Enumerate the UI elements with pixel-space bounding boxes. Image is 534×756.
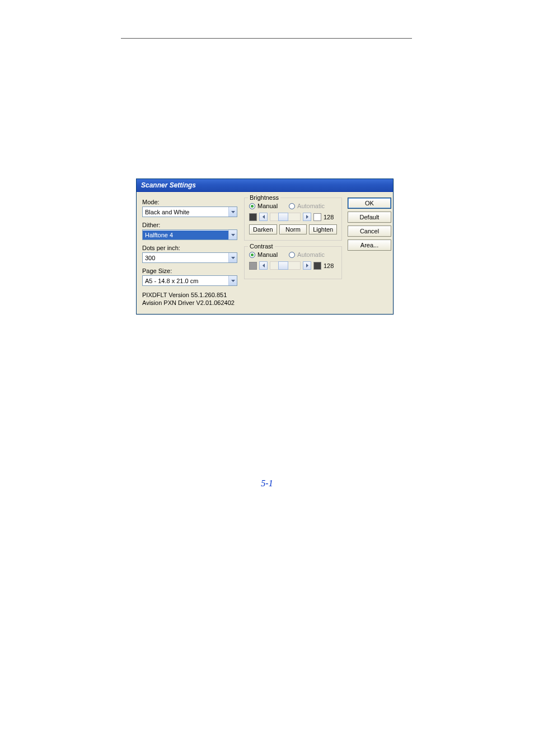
mode-dropdown-button[interactable] xyxy=(228,207,237,217)
triangle-right-icon xyxy=(306,264,308,267)
brightness-scroll-left[interactable] xyxy=(259,213,268,221)
dither-combo[interactable]: Halftone 4 xyxy=(142,229,237,240)
contrast-group: Contrast Manual Automatic xyxy=(244,246,342,279)
version-line-2: Avision PXN Driver V2.01.062402 xyxy=(142,299,238,307)
brightness-thumb[interactable] xyxy=(278,213,288,221)
contrast-scroll-left[interactable] xyxy=(259,261,268,270)
cancel-button[interactable]: Cancel xyxy=(348,226,391,237)
version-line-1: PIXDFLT Version 55.1.260.851 xyxy=(142,292,238,299)
dpi-combo[interactable]: 300 xyxy=(142,252,237,263)
dither-value: Halftone 4 xyxy=(143,231,228,240)
area-button[interactable]: Area... xyxy=(348,240,391,251)
dither-dropdown-button[interactable] xyxy=(228,230,237,240)
contrast-title: Contrast xyxy=(248,243,275,250)
page-divider xyxy=(121,38,412,39)
mode-label: Mode: xyxy=(142,199,238,205)
contrast-manual-label: Manual xyxy=(257,251,278,258)
radio-icon xyxy=(289,252,295,258)
dialog-body: Mode: Black and White Dither: Halftone 4… xyxy=(137,192,393,314)
scanner-settings-dialog: Scanner Settings Mode: Black and White D… xyxy=(136,179,394,314)
version-info: PIXDFLT Version 55.1.260.851 Avision PXN… xyxy=(142,292,238,307)
contrast-automatic-radio: Automatic xyxy=(289,251,325,258)
radio-icon xyxy=(249,203,255,209)
page-size-dropdown-button[interactable] xyxy=(228,276,237,285)
page-size-combo[interactable]: A5 - 14.8 x 21.0 cm xyxy=(142,275,237,286)
dialog-titlebar[interactable]: Scanner Settings xyxy=(137,179,393,192)
brightness-automatic-radio: Automatic xyxy=(289,203,325,209)
page-number: 5-1 xyxy=(0,478,534,489)
brightness-title: Brightness xyxy=(248,194,280,201)
radio-icon xyxy=(289,203,295,209)
page-size-value: A5 - 14.8 x 21.0 cm xyxy=(143,276,228,285)
brightness-radio-row: Manual Automatic xyxy=(249,203,337,209)
contrast-automatic-label: Automatic xyxy=(297,251,325,258)
brightness-group: Brightness Manual Automatic xyxy=(244,198,342,241)
triangle-left-icon xyxy=(263,264,265,267)
triangle-right-icon xyxy=(306,215,308,219)
default-button[interactable]: Default xyxy=(348,212,391,223)
brightness-preset-row: Darken Norm Lighten xyxy=(249,224,337,234)
page-size-label: Page Size: xyxy=(142,267,238,274)
norm-button[interactable]: Norm xyxy=(279,224,307,234)
brightness-slider-row: 128 xyxy=(249,213,337,221)
dpi-value: 300 xyxy=(143,253,228,262)
dialog-title: Scanner Settings xyxy=(141,181,196,189)
radio-icon xyxy=(249,252,255,258)
dark-swatch xyxy=(313,262,321,270)
mode-combo[interactable]: Black and White xyxy=(142,206,237,217)
dpi-label: Dots per inch: xyxy=(142,245,238,251)
darken-button[interactable]: Darken xyxy=(249,224,277,234)
brightness-scroll-right[interactable] xyxy=(303,213,311,221)
contrast-manual-radio[interactable]: Manual xyxy=(249,251,278,258)
contrast-slider-row: 128 xyxy=(249,261,337,270)
right-column: OK Default Cancel Area... xyxy=(348,198,391,307)
brightness-manual-radio[interactable]: Manual xyxy=(249,203,278,209)
contrast-value: 128 xyxy=(324,262,337,269)
light-swatch xyxy=(313,213,321,221)
lighten-button[interactable]: Lighten xyxy=(309,224,337,234)
ok-button[interactable]: OK xyxy=(348,198,391,209)
contrast-thumb[interactable] xyxy=(278,261,288,270)
dark-swatch xyxy=(249,213,257,221)
gray-swatch xyxy=(249,262,257,270)
triangle-left-icon xyxy=(263,215,265,219)
left-column: Mode: Black and White Dither: Halftone 4… xyxy=(142,198,238,307)
contrast-radio-row: Manual Automatic xyxy=(249,251,337,258)
brightness-automatic-label: Automatic xyxy=(297,203,325,209)
dither-label: Dither: xyxy=(142,222,238,228)
chevron-down-icon xyxy=(231,257,235,259)
dpi-dropdown-button[interactable] xyxy=(228,253,237,262)
contrast-scroll-right[interactable] xyxy=(303,261,311,270)
chevron-down-icon xyxy=(231,280,235,282)
brightness-value: 128 xyxy=(324,214,337,220)
mode-value: Black and White xyxy=(143,208,228,217)
contrast-track[interactable] xyxy=(270,261,301,270)
brightness-track[interactable] xyxy=(270,213,301,221)
chevron-down-icon xyxy=(231,234,235,236)
middle-column: Brightness Manual Automatic xyxy=(244,198,342,307)
brightness-manual-label: Manual xyxy=(257,203,278,209)
chevron-down-icon xyxy=(231,211,235,213)
